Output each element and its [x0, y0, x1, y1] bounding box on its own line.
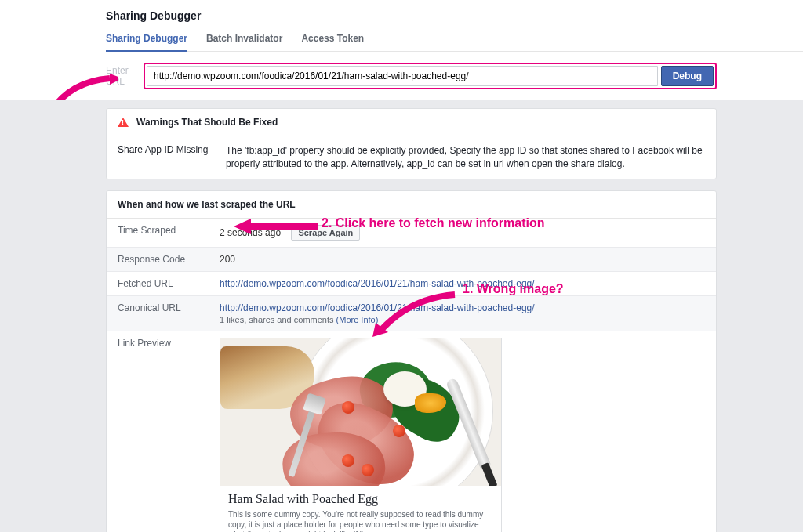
row-canonical-url: Canonical URL http://demo.wpzoom.com/foo… — [107, 295, 716, 331]
url-input[interactable] — [147, 66, 658, 86]
value-time-scraped: 2 seconds ago — [220, 227, 281, 238]
warning-row: Share App ID Missing The 'fb:app_id' pro… — [118, 144, 705, 171]
row-fetched-url: Fetched URL http://demo.wpzoom.com/foodi… — [107, 271, 716, 295]
label-link-preview: Link Preview — [107, 331, 209, 532]
tabs: Sharing Debugger Batch Invalidator Acces… — [106, 33, 803, 52]
link-preview-image — [220, 338, 501, 486]
page-title: Sharing Debugger — [106, 9, 803, 22]
row-response-code: Response Code 200 — [107, 247, 716, 271]
url-input-highlight: Debug — [144, 63, 717, 89]
preview-title: Ham Salad with Poached Egg — [228, 492, 493, 506]
scrape-again-button[interactable]: Scrape Again — [291, 225, 360, 241]
debug-button[interactable]: Debug — [661, 66, 714, 86]
row-time-scraped: Time Scraped 2 seconds ago Scrape Again — [107, 219, 716, 248]
row-link-preview: Link Preview — [107, 331, 716, 532]
label-canonical-url: Canonical URL — [107, 295, 209, 331]
tab-access-token[interactable]: Access Token — [301, 33, 364, 51]
more-info-link[interactable]: (More Info) — [336, 315, 379, 324]
link-fetched-url[interactable]: http://demo.wpzoom.com/foodica/2016/01/2… — [220, 278, 535, 289]
warnings-panel: Warnings That Should Be Fixed Share App … — [106, 108, 717, 179]
value-response-code: 200 — [209, 247, 716, 271]
link-canonical-url[interactable]: http://demo.wpzoom.com/foodica/2016/01/2… — [220, 302, 535, 313]
tab-batch-invalidator[interactable]: Batch Invalidator — [206, 33, 282, 51]
preview-desc: This is some dummy copy. You're not real… — [228, 509, 493, 532]
warning-value: The 'fb:app_id' property should be expli… — [226, 144, 705, 171]
warning-icon — [118, 118, 129, 127]
warning-key: Share App ID Missing — [118, 144, 212, 171]
likes-text: 1 likes, shares and comments — [220, 315, 336, 324]
label-time-scraped: Time Scraped — [107, 219, 209, 248]
link-preview-card[interactable]: Ham Salad with Poached Egg This is some … — [220, 338, 502, 532]
warnings-panel-title: Warnings That Should Be Fixed — [136, 117, 278, 128]
url-label: Enter URL — [106, 65, 144, 87]
scrape-panel: When and how we last scraped the URL Tim… — [106, 190, 717, 532]
label-response-code: Response Code — [107, 247, 209, 271]
tab-sharing-debugger[interactable]: Sharing Debugger — [106, 33, 187, 52]
scrape-panel-title: When and how we last scraped the URL — [118, 199, 296, 210]
label-fetched-url: Fetched URL — [107, 271, 209, 295]
